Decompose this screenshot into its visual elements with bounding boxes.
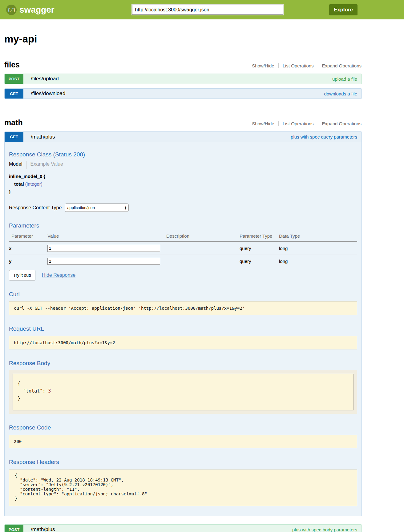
selected-content-type: application/json xyxy=(67,205,95,210)
column-header-data-type: Data Type xyxy=(279,232,357,242)
column-header-parameter: Parameter xyxy=(9,232,47,242)
tab-example-value[interactable]: Example Value xyxy=(26,161,63,169)
operation-path[interactable]: /math/plus xyxy=(31,134,55,140)
operation-path[interactable]: /files/upload xyxy=(31,76,59,82)
header-bar: {⋰} swagger Explore xyxy=(0,0,404,19)
tab-model[interactable]: Model xyxy=(9,161,26,169)
operation-detail-panel: Response Class (Status 200) Model Exampl… xyxy=(4,142,362,516)
request-url-box: http://localhost:3000/math/plus?x=1&y=2 xyxy=(9,336,357,349)
parameters-heading: Parameters xyxy=(9,222,357,229)
response-body-outer: { "total": 3 } xyxy=(9,370,357,414)
parameter-row-y: y query long xyxy=(9,255,357,268)
operation-row-post-files-upload[interactable]: POST /files/upload upload a file xyxy=(4,74,362,84)
list-operations-link[interactable]: List Operations xyxy=(278,121,318,126)
operation-row-get-files-download[interactable]: GET /files/download downloads a file xyxy=(4,88,362,99)
section-head-files: files Show/Hide List Operations Expand O… xyxy=(4,60,362,69)
response-code-heading: Response Code xyxy=(9,424,357,431)
main-container: my-api files Show/Hide List Operations E… xyxy=(4,33,362,532)
operation-summary-link[interactable]: downloads a file xyxy=(324,91,357,96)
operation-row-get-math-plus[interactable]: GET /math/plus plus with spec query para… xyxy=(4,131,362,142)
parameter-description xyxy=(166,242,240,255)
hide-response-link[interactable]: Hide Response xyxy=(42,272,75,278)
show-hide-link[interactable]: Show/Hide xyxy=(248,121,278,126)
response-body-heading: Response Body xyxy=(9,360,357,367)
swagger-logo-icon: {⋰} xyxy=(6,5,17,15)
response-content-type-row: Response Content Type application/json ▴… xyxy=(9,204,357,212)
show-hide-link[interactable]: Show/Hide xyxy=(248,63,278,68)
property-type: (integer) xyxy=(25,181,42,187)
signature-open: inline_model_0 { xyxy=(9,172,357,180)
parameter-y-input[interactable] xyxy=(47,258,160,265)
method-badge-get: GET xyxy=(5,89,23,99)
parameter-data-type: long xyxy=(279,242,357,255)
response-code-box: 200 xyxy=(9,435,357,448)
list-operations-link[interactable]: List Operations xyxy=(278,63,318,68)
model-tabs: Model Example Value xyxy=(9,161,357,169)
response-content-type-label: Response Content Type xyxy=(9,205,62,211)
curl-command-box: curl -X GET --header 'Accept: applicatio… xyxy=(9,301,357,315)
section-divider xyxy=(4,113,362,113)
operation-summary-link[interactable]: plus with spec body parameters xyxy=(292,527,357,532)
response-body-box: { "total": 3 } xyxy=(13,374,354,410)
response-headers-box: { "date": "Wed, 22 Aug 2018 18:49:13 GMT… xyxy=(9,469,357,506)
request-url-heading: Request URL xyxy=(9,325,357,332)
brand-name: swagger xyxy=(19,5,55,15)
signature-close: } xyxy=(9,188,357,195)
parameter-name: x xyxy=(9,242,47,255)
operation-path[interactable]: /math/plus xyxy=(31,526,55,532)
parameter-x-input[interactable] xyxy=(47,245,160,252)
parameters-table: Parameter Value Description Parameter Ty… xyxy=(9,232,357,268)
section-title-math: math xyxy=(4,118,23,127)
section-controls: Show/Hide List Operations Expand Operati… xyxy=(248,63,362,68)
parameter-type: query xyxy=(240,242,279,255)
try-row: Try it out! Hide Response xyxy=(9,270,357,280)
section-title-files: files xyxy=(4,60,20,69)
signature-property: total (integer) xyxy=(14,180,357,188)
try-it-out-button[interactable]: Try it out! xyxy=(9,270,35,280)
response-body-number: 3 xyxy=(48,388,51,394)
operation-summary-link[interactable]: upload a file xyxy=(332,76,357,82)
method-badge-get: GET xyxy=(5,132,23,142)
response-body-json: { "total": xyxy=(18,381,48,394)
spec-url-input[interactable] xyxy=(132,5,283,15)
operation-path[interactable]: /files/download xyxy=(31,91,65,97)
parameter-row-x: x query long xyxy=(9,242,357,255)
method-badge-post: POST xyxy=(5,525,23,532)
expand-operations-link[interactable]: Expand Operations xyxy=(318,121,362,126)
method-badge-post: POST xyxy=(5,74,23,84)
section-controls: Show/Hide List Operations Expand Operati… xyxy=(248,121,362,126)
section-head-math: math Show/Hide List Operations Expand Op… xyxy=(4,118,362,127)
model-signature: inline_model_0 { total (integer) } xyxy=(9,172,357,195)
property-name: total xyxy=(14,181,24,187)
response-body-json-close: } xyxy=(18,396,20,401)
curl-heading: Curl xyxy=(9,291,357,298)
swagger-logo-link[interactable]: {⋰} swagger xyxy=(6,5,55,15)
column-header-parameter-type: Parameter Type xyxy=(240,232,279,242)
response-content-type-select[interactable]: application/json ▴▾ xyxy=(65,204,129,212)
api-title: my-api xyxy=(4,33,362,45)
response-class-heading: Response Class (Status 200) xyxy=(9,151,357,158)
column-header-description: Description xyxy=(166,232,240,242)
select-arrows-icon: ▴▾ xyxy=(125,206,126,209)
expand-operations-link[interactable]: Expand Operations xyxy=(318,63,362,68)
explore-button[interactable]: Explore xyxy=(329,4,358,15)
parameter-name: y xyxy=(9,255,47,268)
operation-summary-link[interactable]: plus with spec query parameters xyxy=(291,134,357,139)
response-headers-heading: Response Headers xyxy=(9,459,357,465)
column-header-value: Value xyxy=(47,232,166,242)
parameter-description xyxy=(166,255,240,268)
parameter-data-type: long xyxy=(279,255,357,268)
parameter-type: query xyxy=(240,255,279,268)
operation-row-post-math-plus[interactable]: POST /math/plus plus with spec body para… xyxy=(4,524,362,532)
